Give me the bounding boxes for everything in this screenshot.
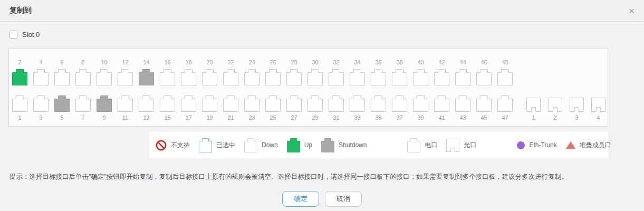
electrical-port-icon bbox=[497, 95, 513, 112]
port-electrical[interactable]: 47 bbox=[497, 95, 513, 121]
electrical-port-icon bbox=[286, 69, 302, 85]
port-number: 17 bbox=[185, 114, 191, 121]
slot-checkbox[interactable] bbox=[9, 31, 17, 39]
optical-port-icon bbox=[526, 98, 541, 112]
port-electrical[interactable]: 29 bbox=[307, 95, 323, 121]
electrical-port-icon bbox=[265, 69, 281, 85]
electrical-port-icon bbox=[371, 69, 386, 85]
electrical-port-icon bbox=[223, 95, 238, 112]
port-electrical[interactable]: 21 bbox=[223, 95, 238, 121]
port-electrical[interactable]: 6 bbox=[54, 59, 70, 85]
port-number: 48 bbox=[502, 59, 508, 66]
port-number: 34 bbox=[354, 59, 360, 66]
port-electrical[interactable]: 28 bbox=[286, 59, 302, 85]
port-electrical[interactable]: 15 bbox=[160, 95, 175, 121]
legend-item: Up bbox=[287, 138, 312, 152]
port-electrical[interactable]: 12 bbox=[118, 59, 133, 85]
port-electrical[interactable]: 4 bbox=[33, 59, 49, 85]
port-number: 5 bbox=[60, 114, 63, 121]
port-optical[interactable]: 2 bbox=[548, 98, 562, 121]
ok-button[interactable]: 确定 bbox=[282, 191, 319, 207]
port-electrical[interactable]: 41 bbox=[434, 95, 449, 121]
port-electrical[interactable]: 22 bbox=[223, 59, 238, 85]
port-electrical[interactable]: 35 bbox=[371, 95, 386, 121]
port-electrical[interactable]: 8 bbox=[75, 59, 91, 85]
port-electrical[interactable]: 44 bbox=[455, 59, 470, 85]
port-number: 39 bbox=[417, 114, 424, 121]
port-electrical[interactable]: 16 bbox=[160, 59, 175, 85]
port-number: 4 bbox=[597, 114, 600, 121]
port-number: 12 bbox=[122, 59, 128, 66]
port-electrical[interactable]: 33 bbox=[350, 95, 365, 121]
port-electrical[interactable]: 13 bbox=[139, 95, 154, 121]
port-electrical[interactable]: 45 bbox=[476, 95, 492, 121]
slot-label: Slot 0 bbox=[22, 31, 40, 39]
port-number: 40 bbox=[417, 59, 424, 66]
port-electrical[interactable]: 23 bbox=[244, 95, 259, 121]
port-electrical[interactable]: 2 bbox=[12, 59, 27, 85]
legend-label: Up bbox=[304, 141, 312, 149]
port-electrical[interactable]: 17 bbox=[181, 95, 196, 121]
port-electrical[interactable]: 5 bbox=[54, 95, 70, 121]
port-optical[interactable]: 4 bbox=[591, 98, 605, 121]
port-electrical[interactable]: 10 bbox=[97, 59, 112, 85]
port-electrical[interactable]: 30 bbox=[307, 59, 323, 85]
port-electrical[interactable]: 20 bbox=[202, 59, 217, 85]
port-number: 44 bbox=[459, 59, 466, 66]
port-electrical[interactable]: 14 bbox=[139, 59, 154, 85]
electrical-port-icon bbox=[286, 95, 302, 112]
electrical-port-icon bbox=[497, 69, 513, 85]
port-number: 46 bbox=[480, 59, 487, 66]
port-electrical[interactable]: 27 bbox=[286, 95, 302, 121]
cancel-button[interactable]: 取消 bbox=[325, 191, 362, 207]
optical-port-icon bbox=[570, 98, 584, 112]
electrical-port-icon bbox=[476, 95, 492, 112]
port-electrical[interactable]: 9 bbox=[97, 95, 112, 121]
optical-port-icon bbox=[591, 98, 605, 112]
electrical-port-icon bbox=[455, 69, 470, 85]
port-number: 11 bbox=[122, 114, 128, 121]
stack-member-icon bbox=[566, 141, 575, 149]
port-electrical[interactable]: 37 bbox=[392, 95, 407, 121]
port-electrical[interactable]: 36 bbox=[371, 59, 386, 85]
port-number: 18 bbox=[185, 59, 191, 66]
port-electrical[interactable]: 18 bbox=[181, 59, 196, 85]
port-electrical[interactable]: 7 bbox=[75, 95, 91, 121]
port-number: 2 bbox=[553, 114, 556, 121]
electrical-port-icon bbox=[434, 69, 449, 85]
port-electrical[interactable]: 25 bbox=[265, 95, 281, 121]
electrical-port-icon bbox=[199, 138, 212, 152]
port-electrical[interactable]: 3 bbox=[33, 95, 49, 121]
port-electrical[interactable]: 34 bbox=[350, 59, 365, 85]
port-electrical[interactable]: 40 bbox=[413, 59, 428, 85]
port-electrical[interactable]: 43 bbox=[455, 95, 470, 121]
port-optical[interactable]: 3 bbox=[570, 98, 584, 121]
legend-label: Eth-Trunk bbox=[529, 141, 556, 149]
optical-port-group: 1234 bbox=[526, 98, 605, 121]
legend-item: 堆叠成员口 bbox=[566, 141, 611, 150]
port-electrical[interactable]: 1 bbox=[12, 95, 27, 121]
port-electrical[interactable]: 11 bbox=[118, 95, 133, 121]
port-electrical[interactable]: 19 bbox=[202, 95, 217, 121]
port-optical[interactable]: 1 bbox=[526, 98, 541, 121]
close-icon[interactable]: × bbox=[629, 6, 635, 16]
port-electrical[interactable]: 39 bbox=[413, 95, 428, 121]
port-number: 16 bbox=[164, 59, 170, 66]
port-electrical[interactable]: 26 bbox=[265, 59, 281, 85]
port-electrical[interactable]: 32 bbox=[329, 59, 344, 85]
port-number: 25 bbox=[270, 114, 276, 121]
port-electrical[interactable]: 46 bbox=[476, 59, 492, 85]
port-electrical[interactable]: 38 bbox=[392, 59, 407, 85]
port-number: 36 bbox=[375, 59, 381, 66]
port-number: 27 bbox=[291, 114, 297, 121]
port-electrical[interactable]: 31 bbox=[329, 95, 344, 121]
slot-row: Slot 0 bbox=[9, 31, 644, 39]
port-electrical[interactable]: 42 bbox=[434, 59, 449, 85]
optical-port-icon bbox=[548, 98, 562, 112]
electrical-port-icon bbox=[118, 95, 133, 112]
legend-item: Shutdown bbox=[321, 138, 367, 152]
port-number: 29 bbox=[312, 114, 318, 121]
port-electrical[interactable]: 48 bbox=[497, 59, 513, 85]
port-electrical[interactable]: 24 bbox=[244, 59, 259, 85]
legend-label: Down bbox=[262, 141, 278, 149]
